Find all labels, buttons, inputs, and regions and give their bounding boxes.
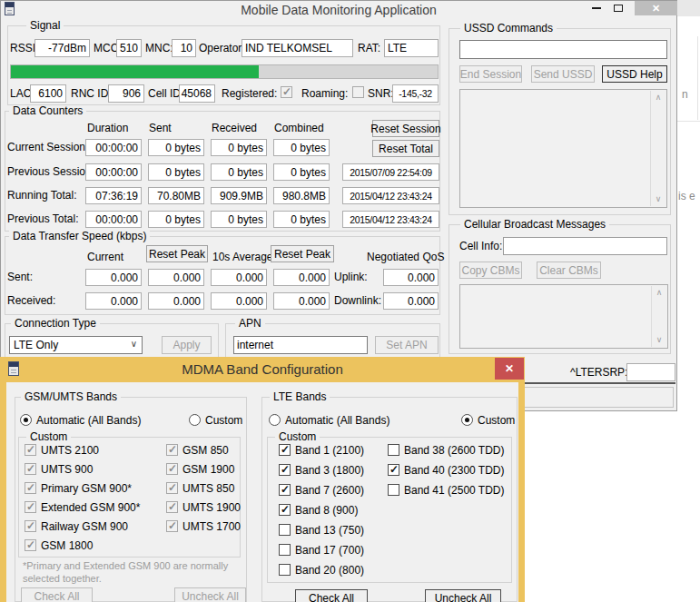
counter-row-label: Running Total:: [7, 190, 77, 202]
counter-received: 909.9MB: [211, 187, 267, 204]
gsm-bands-legend: GSM/UMTS Bands: [21, 391, 121, 403]
lte-band-checkbox[interactable]: [279, 544, 291, 556]
lte-uncheck-all-button[interactable]: Uncheck All: [425, 589, 501, 602]
gsm-custom-legend: Custom: [26, 431, 71, 443]
end-session-button[interactable]: End Session: [459, 65, 522, 83]
cbm-scrollbar[interactable]: ∧ ∨: [651, 286, 666, 347]
gsm-custom-radio[interactable]: [189, 414, 201, 426]
send-ussd-button[interactable]: Send USSD: [531, 65, 595, 83]
apn-input[interactable]: [233, 336, 368, 354]
uplink-qos-value: 0.000: [383, 269, 439, 286]
sent-header: Sent: [149, 123, 172, 134]
clear-cbms-button[interactable]: Clear CBMs: [537, 262, 601, 279]
lte-band-checkbox[interactable]: [279, 444, 291, 456]
chevron-down-icon: ∨: [131, 339, 137, 349]
lte-band-checkbox[interactable]: [279, 464, 291, 476]
lte-band-checkbox[interactable]: [388, 484, 399, 496]
counter-combined: 0 bytes: [273, 139, 330, 156]
scroll-down-icon[interactable]: ∨: [652, 336, 666, 344]
counter-received: 0 bytes: [211, 139, 267, 156]
set-apn-button[interactable]: Set APN: [375, 336, 439, 354]
lte-band-checkbox[interactable]: [279, 524, 291, 536]
lte-band-checkbox[interactable]: [279, 504, 291, 516]
lte-band-label: Band 38 (2600 TDD): [404, 445, 505, 457]
gsm-automatic-radio[interactable]: [20, 414, 32, 426]
reset-peak-current-button[interactable]: Reset Peak: [146, 245, 208, 262]
signal-strength-bar: [10, 64, 439, 79]
ussd-help-button[interactable]: USSD Help: [602, 65, 667, 83]
copy-cbms-button[interactable]: Copy CBMs: [459, 262, 522, 279]
gsm-band-label: UMTS 1900: [182, 502, 241, 514]
data-counters-legend: Data Counters: [9, 105, 86, 117]
connection-type-select[interactable]: LTE Only ∨: [9, 336, 143, 354]
apply-button[interactable]: Apply: [162, 336, 212, 354]
lte-band-checkbox[interactable]: [279, 484, 291, 496]
avg-header: 10s Average: [212, 252, 273, 263]
close-icon: ✕: [505, 362, 514, 375]
gsm-custom-label: Custom: [205, 415, 242, 427]
gsm-band-label: Extended GSM 900*: [41, 502, 140, 514]
signal-legend: Signal: [26, 20, 64, 32]
mcc-value: 510: [116, 39, 142, 57]
minimize-icon: [592, 7, 601, 9]
operator-label: Operator:: [199, 43, 245, 54]
speed-received-label: Received:: [7, 295, 55, 307]
downlink-label: Downlink:: [334, 295, 381, 307]
reset-peak-avg-button[interactable]: Reset Peak: [271, 245, 334, 262]
background-divider: [677, 0, 700, 16]
reset-total-button[interactable]: Reset Total: [372, 140, 439, 157]
lte-band-checkbox[interactable]: [388, 464, 399, 476]
counter-duration: 00:00:00: [85, 163, 142, 181]
lte-check-all-button[interactable]: Check All: [295, 589, 368, 602]
lte-custom-radio[interactable]: [461, 414, 473, 426]
lte-custom-label: Custom: [478, 415, 515, 427]
gsm-band-checkbox: [25, 501, 36, 513]
lte-custom-legend: Custom: [275, 431, 320, 443]
ussd-output-list[interactable]: ∧ ∨: [459, 89, 667, 208]
operator-value: IND TELKOMSEL: [242, 39, 353, 57]
maximize-button[interactable]: [607, 1, 629, 15]
lte-automatic-radio[interactable]: [269, 414, 281, 426]
scroll-down-icon[interactable]: ∨: [651, 195, 665, 203]
counter-received: 0 bytes: [211, 163, 267, 181]
lte-band-checkbox[interactable]: [388, 444, 399, 456]
lte-band-checkbox[interactable]: [279, 564, 291, 576]
gsm-band-label: UMTS 1700: [182, 521, 241, 533]
close-icon: ✕: [652, 3, 660, 15]
lte-band-label: Band 17 (700): [295, 545, 364, 557]
lte-band-label: Band 41 (2500 TDD): [404, 485, 505, 497]
lte-band-label: Band 40 (2300 TDD): [404, 465, 505, 477]
scroll-up-icon[interactable]: ∧: [651, 94, 665, 102]
gsm-band-checkbox: [25, 520, 36, 532]
counter-duration: 00:00:00: [85, 139, 142, 156]
ussd-scrollbar[interactable]: ∧ ∨: [650, 91, 665, 206]
gsm-band-checkbox: [166, 444, 178, 456]
reset-session-button[interactable]: Reset Session: [372, 120, 439, 137]
speed-value: 0.000: [148, 269, 204, 286]
minimize-button[interactable]: [586, 1, 607, 15]
counter-combined: 0 bytes: [273, 211, 330, 228]
counter-timestamp: 2015/04/12 23:43:24: [342, 187, 439, 204]
ussd-input[interactable]: [459, 40, 667, 59]
transfer-speed-legend: Data Transfer Speed (kbps): [9, 231, 150, 242]
lte-band-label: Band 1 (2100): [295, 445, 364, 457]
cbm-list[interactable]: ∧ ∨: [459, 284, 668, 349]
gsm-check-all-button[interactable]: Check All: [21, 587, 93, 602]
gsm-band-label: UMTS 900: [41, 464, 93, 476]
maximize-icon: [614, 5, 623, 12]
gsm-uncheck-all-button[interactable]: Uncheck All: [174, 587, 246, 602]
counter-combined: 980.8MB: [273, 187, 330, 204]
combined-header: Combined: [274, 123, 324, 134]
gsm-note-line1: *Primary and Extended GSM 900 are normal…: [23, 560, 228, 572]
gsm-band-checkbox: [25, 482, 36, 494]
ltersrp-input[interactable]: [626, 363, 675, 381]
mnc-label: MNC:: [145, 43, 173, 54]
lte-bands-legend: LTE Bands: [270, 391, 330, 403]
rat-value: LTE: [384, 39, 439, 57]
qos-header: Negotiated QoS: [367, 252, 444, 263]
counter-duration: 07:36:19: [85, 187, 142, 204]
close-button[interactable]: ✕: [635, 1, 677, 15]
dialog-close-button[interactable]: ✕: [495, 358, 524, 380]
cell-info-input[interactable]: [503, 237, 667, 255]
scroll-up-icon[interactable]: ∧: [652, 289, 666, 297]
